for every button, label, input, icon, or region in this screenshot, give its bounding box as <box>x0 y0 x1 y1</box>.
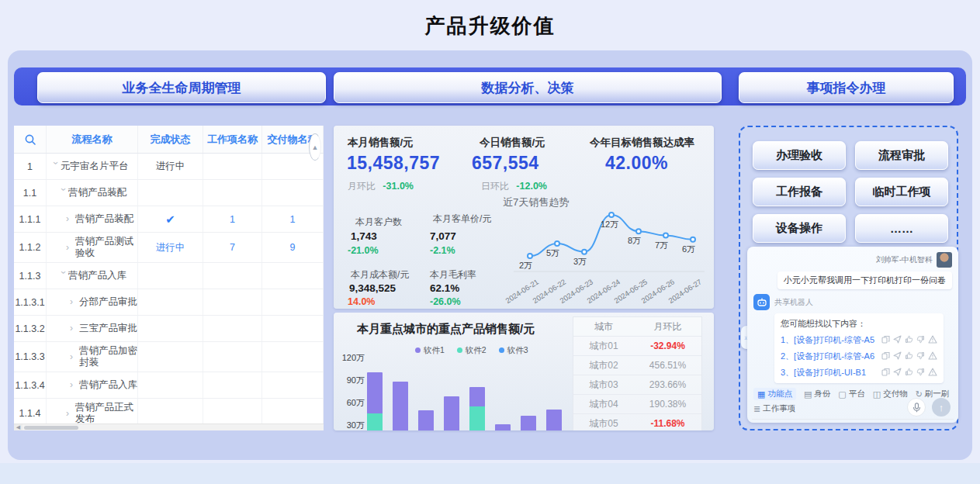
bar-column[interactable] <box>546 410 562 430</box>
task-button-3[interactable]: 工作报备 <box>753 178 846 206</box>
search-icon[interactable] <box>14 126 47 153</box>
chip-1[interactable]: ▦功能点 <box>753 388 796 400</box>
city-table-row[interactable]: 城市03293.66% <box>573 375 701 395</box>
copy-icon[interactable] <box>881 368 890 378</box>
device-result-link[interactable]: 2、[设备]打印机-综管-A6 <box>781 351 874 362</box>
send-icon[interactable] <box>893 368 902 378</box>
trend-point[interactable] <box>528 254 532 258</box>
city-table-header-cell[interactable]: 城市 <box>573 320 634 334</box>
row-work-items[interactable] <box>203 342 262 372</box>
scrollbar-thumb[interactable] <box>24 426 78 430</box>
col-header-process-name[interactable]: 流程名称 <box>47 126 138 153</box>
device-result-link[interactable]: 1、[设备]打印机-综管-A5 <box>781 334 874 346</box>
row-deliverables[interactable] <box>262 289 324 315</box>
scroll-left-arrow-icon[interactable]: ◀ <box>14 424 23 430</box>
thumbs-up-icon[interactable] <box>905 335 913 345</box>
table-row[interactable]: 1.1.3.3›营销产品加密封装 <box>14 342 324 372</box>
send-icon[interactable] <box>893 335 902 345</box>
table-row[interactable]: 1.1.3›营销产品入库 <box>14 263 324 289</box>
row-process-name[interactable]: ›营销产品装配 <box>47 206 138 232</box>
row-process-name[interactable]: ›营销产品加密封装 <box>47 342 138 372</box>
table-row[interactable]: 1.1.2›营销产品测试验收进行中79 <box>14 233 324 263</box>
col-header-work-item[interactable]: 工作项名称 <box>203 126 262 153</box>
row-deliverables[interactable] <box>262 372 324 398</box>
trend-point[interactable] <box>555 241 559 246</box>
row-work-items[interactable]: 7 <box>203 233 262 262</box>
row-process-name[interactable]: ›元宇宙名片平台 <box>47 154 138 179</box>
thumbs-down-icon[interactable] <box>916 351 925 361</box>
send-icon[interactable] <box>893 351 902 361</box>
row-work-items[interactable]: 1 <box>203 206 262 232</box>
col-header-status[interactable]: 完成状态 <box>138 126 203 153</box>
thumbs-down-icon[interactable] <box>916 335 925 345</box>
task-button-1[interactable]: 办理验收 <box>753 141 846 170</box>
city-table-row[interactable]: 城市01-32.94% <box>573 337 701 356</box>
row-deliverables[interactable] <box>262 180 324 206</box>
row-work-items[interactable] <box>203 154 262 179</box>
row-process-name[interactable]: ›营销产品装配 <box>47 180 138 206</box>
row-process-name[interactable]: ›营销产品测试验收 <box>47 233 138 262</box>
row-process-name[interactable]: ›营销产品入库 <box>47 372 138 398</box>
chevron-right-icon[interactable]: › <box>66 242 75 253</box>
bar-column[interactable] <box>367 372 383 430</box>
row-work-items[interactable] <box>203 316 262 341</box>
city-table-row[interactable]: 城市05-11.68% <box>573 414 701 430</box>
warning-icon[interactable] <box>928 335 937 345</box>
table-row[interactable]: 1.1›营销产品装配 <box>14 180 324 206</box>
chevron-right-icon[interactable]: › <box>66 213 75 224</box>
bar-column[interactable] <box>495 424 511 430</box>
row-work-items[interactable] <box>203 289 262 315</box>
table-row[interactable]: 1.1.3.1›分部产品审批 <box>14 289 324 316</box>
row-process-name[interactable]: ›三宝产品审批 <box>47 316 138 341</box>
chevron-right-icon[interactable]: › <box>70 351 79 362</box>
row-work-items[interactable] <box>203 263 262 289</box>
copy-icon[interactable] <box>881 351 890 361</box>
warning-icon[interactable] <box>928 368 937 378</box>
row-deliverables[interactable] <box>262 263 324 289</box>
row-deliverables[interactable] <box>262 316 324 341</box>
chevron-right-icon[interactable]: › <box>70 379 79 390</box>
row-deliverables[interactable] <box>262 342 324 372</box>
city-table-row[interactable]: 城市04190.38% <box>573 395 701 414</box>
bar-column[interactable] <box>469 387 485 430</box>
city-table-header-cell[interactable]: 月环比 <box>634 320 701 334</box>
task-button-5[interactable]: 设备操作 <box>753 214 846 243</box>
warning-icon[interactable] <box>928 351 937 361</box>
row-work-items[interactable] <box>203 372 262 398</box>
row-deliverables[interactable]: 9 <box>262 233 324 262</box>
section-header-analytics[interactable]: 数据分析、决策 <box>334 72 722 103</box>
send-message-button[interactable]: ↑ <box>932 398 951 417</box>
microphone-button[interactable] <box>907 398 926 417</box>
table-row[interactable]: 1.1.3.4›营销产品入库 <box>14 372 324 399</box>
thumbs-down-icon[interactable] <box>916 368 925 378</box>
row-process-name[interactable]: ›营销产品入库 <box>47 263 138 289</box>
chevron-right-icon[interactable]: › <box>70 296 79 307</box>
device-result-link[interactable]: 3、[设备]打印机-UI-B1 <box>781 367 866 379</box>
row-process-name[interactable]: ›分部产品审批 <box>47 289 138 315</box>
collapse-columns-icon[interactable]: ▲ <box>309 133 321 161</box>
trend-point[interactable] <box>663 233 668 238</box>
table-row[interactable]: 1›元宇宙名片平台进行中 <box>14 154 324 180</box>
chip-3[interactable]: ▢平台 <box>838 389 864 399</box>
trend-point[interactable] <box>636 229 641 233</box>
bar-column[interactable] <box>521 416 536 430</box>
section-header-lifecycle[interactable]: 业务全生命周期管理 <box>37 72 326 103</box>
chip-4[interactable]: ◫交付物 <box>873 389 908 399</box>
table-row[interactable]: 1.1.1›营销产品装配✔11 <box>14 206 324 233</box>
bar-column[interactable] <box>444 396 459 430</box>
copy-icon[interactable] <box>881 335 890 345</box>
table-row[interactable]: 1.1.3.2›三宝产品审批 <box>14 316 324 342</box>
task-button-2[interactable]: 流程审批 <box>855 141 948 170</box>
chevron-right-icon[interactable]: › <box>70 323 79 334</box>
chip-6[interactable]: ≣工作事项 <box>753 403 795 414</box>
task-button-6[interactable]: …… <box>855 214 948 243</box>
row-deliverables[interactable]: 1 <box>262 206 324 232</box>
chevron-down-icon[interactable]: › <box>58 271 69 280</box>
table-horizontal-scrollbar[interactable]: ◀ <box>14 424 324 430</box>
section-header-tasks[interactable]: 事项指令办理 <box>739 72 954 103</box>
bar-column[interactable] <box>418 410 434 431</box>
task-button-4[interactable]: 临时工作项 <box>855 178 948 206</box>
city-table-row[interactable]: 城市02456.51% <box>573 356 701 375</box>
thumbs-up-icon[interactable] <box>905 368 913 378</box>
trend-point[interactable] <box>609 213 614 217</box>
